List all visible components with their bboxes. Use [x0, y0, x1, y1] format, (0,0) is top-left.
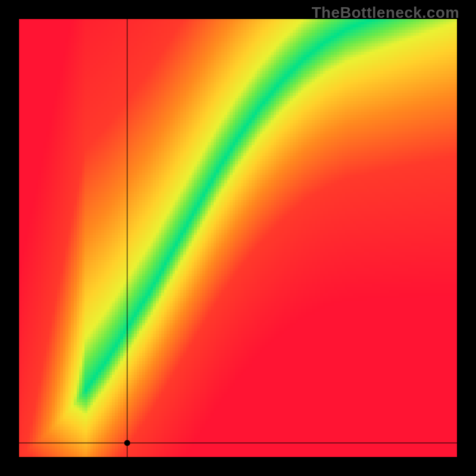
- heatmap-canvas: [19, 19, 457, 457]
- chart-frame: TheBottleneck.com: [0, 0, 476, 476]
